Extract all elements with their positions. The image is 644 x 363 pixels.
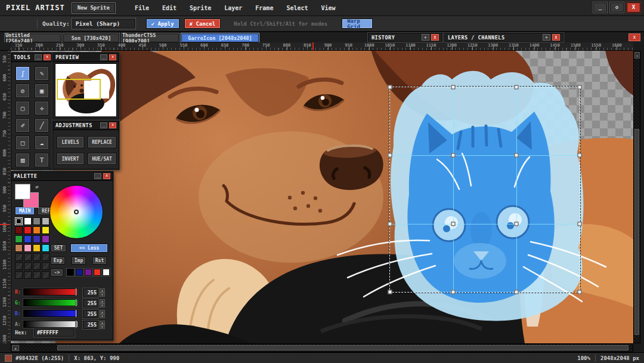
adjustment-replace-button[interactable]: REPLACE xyxy=(88,136,116,148)
palette-swatch[interactable] xyxy=(15,244,23,252)
slider-track-a[interactable] xyxy=(23,321,78,328)
warp-handle[interactable] xyxy=(451,85,456,90)
spray-tool[interactable]: ☁ xyxy=(35,136,49,150)
dock-close-icon[interactable]: x xyxy=(628,33,640,41)
warp-handle[interactable] xyxy=(578,290,582,294)
close-icon[interactable]: x xyxy=(109,54,116,60)
palette-swatch[interactable] xyxy=(24,217,32,225)
warp-handle[interactable] xyxy=(578,85,582,90)
palette-swatch[interactable] xyxy=(24,235,32,243)
layers-close-icon[interactable]: x xyxy=(552,34,560,41)
palette-swatch[interactable] xyxy=(15,217,23,225)
warp-handle[interactable] xyxy=(388,153,392,158)
close-button[interactable]: X xyxy=(627,2,640,13)
palette-empty-slot[interactable] xyxy=(33,262,41,270)
menu-view[interactable]: View xyxy=(315,0,342,16)
slider-track-b[interactable] xyxy=(23,310,78,317)
palette-empty-slot[interactable] xyxy=(42,262,49,270)
line-tool[interactable]: ╱ xyxy=(35,118,49,133)
pencil-tool[interactable]: ✎ xyxy=(35,66,49,81)
palette-swatch[interactable] xyxy=(15,235,23,243)
close-icon[interactable]: x xyxy=(103,173,110,179)
quality-input[interactable] xyxy=(72,19,135,29)
slider-handle[interactable] xyxy=(75,288,77,296)
palette-swatch[interactable] xyxy=(42,217,49,225)
palette-empty-slot[interactable] xyxy=(24,253,32,261)
minimize-icon[interactable]: _ xyxy=(100,54,107,60)
hex-input[interactable] xyxy=(34,328,75,337)
move-tool[interactable]: ✛ xyxy=(35,101,49,115)
minimize-icon[interactable]: _ xyxy=(94,173,101,179)
cancel-button[interactable]: ✘ Cancel xyxy=(184,19,221,29)
preview-panel-header[interactable]: PREVIEW _ x xyxy=(53,53,119,62)
history-add-icon[interactable]: + xyxy=(422,34,429,41)
text-tool[interactable]: T xyxy=(35,153,49,167)
palette-swatch[interactable] xyxy=(24,244,32,252)
palette-empty-slot[interactable] xyxy=(24,271,32,279)
slider-handle[interactable] xyxy=(75,309,77,318)
warp-grid-button[interactable]: Warp Grid xyxy=(342,19,373,29)
warp-handle[interactable] xyxy=(451,222,456,226)
swap-colors-icon[interactable]: ⇄ xyxy=(33,183,41,190)
warp-handle[interactable] xyxy=(578,222,582,226)
menu-frame[interactable]: Frame xyxy=(249,0,280,16)
close-icon[interactable]: x xyxy=(109,122,116,128)
palette-swatch[interactable] xyxy=(33,226,41,234)
maximize-button[interactable]: o xyxy=(610,2,624,13)
clone-tool[interactable]: ▣ xyxy=(35,84,49,98)
spinner-down-icon[interactable]: ▼ xyxy=(100,314,105,318)
export-button[interactable]: Exp xyxy=(51,257,65,264)
palette-empty-slot[interactable] xyxy=(42,271,49,279)
spinner-up-icon[interactable]: ▲ xyxy=(100,321,105,325)
adjustment-levels-button[interactable]: LEVELS xyxy=(57,136,84,148)
minimize-icon[interactable]: _ xyxy=(35,54,42,60)
spinner-down-icon[interactable]: ▼ xyxy=(100,293,105,297)
quick-color-chip[interactable] xyxy=(103,269,110,276)
palette-empty-slot[interactable] xyxy=(33,271,41,279)
palette-panel-header[interactable]: PALETTE _ x xyxy=(11,172,113,181)
color-wheel[interactable] xyxy=(50,186,103,238)
spinner-up-icon[interactable]: ▲ xyxy=(100,299,105,303)
warp-handle[interactable] xyxy=(515,153,519,158)
preview-thumbnail[interactable] xyxy=(55,63,117,117)
warp-handle[interactable] xyxy=(515,290,519,294)
vertical-scroll-thumb[interactable] xyxy=(634,129,639,335)
warp-handle[interactable] xyxy=(515,85,519,90)
warp-handle[interactable] xyxy=(515,222,519,226)
layers-panel-header[interactable]: LAYERS / CHANNELS + x xyxy=(444,33,564,42)
tab-document-2[interactable]: ThunderCTSS [900x700] xyxy=(122,33,179,42)
palette-empty-slot[interactable] xyxy=(15,271,23,279)
slider-track-g[interactable] xyxy=(23,299,78,306)
layers-add-icon[interactable]: + xyxy=(543,34,550,41)
warp-handle[interactable] xyxy=(388,85,392,90)
hscroll-corner-button[interactable]: ▪ xyxy=(12,345,19,351)
adjustment-invert-button[interactable]: INVERT xyxy=(57,153,84,165)
bucket-tool[interactable]: ▢ xyxy=(16,101,30,115)
foreground-color-swatch[interactable] xyxy=(15,184,30,199)
spinner-down-icon[interactable]: ▼ xyxy=(100,325,105,329)
warp-handle[interactable] xyxy=(388,290,392,294)
reset-button[interactable]: Rst xyxy=(92,257,107,264)
palette-swatch[interactable] xyxy=(33,244,41,252)
tab-document-0[interactable]: Untitled [256x240] xyxy=(5,33,61,42)
apply-button[interactable]: ✔ Apply xyxy=(146,19,179,29)
minimize-icon[interactable]: _ xyxy=(100,122,107,128)
zoom-tool[interactable]: ▥ xyxy=(16,153,30,167)
horizontal-scroll-thumb[interactable] xyxy=(57,345,628,350)
palette-swatch[interactable] xyxy=(33,217,41,225)
menu-select[interactable]: Select xyxy=(280,0,314,16)
slider-value-r[interactable]: 255 xyxy=(83,288,98,297)
palette-swatch[interactable] xyxy=(33,235,41,243)
warp-handle[interactable] xyxy=(451,153,456,158)
spinner-up-icon[interactable]: ▲ xyxy=(100,310,105,314)
palette-empty-slot[interactable] xyxy=(15,262,23,270)
menu-layer[interactable]: Layer xyxy=(218,0,249,16)
vertical-scrollbar[interactable]: ▴ xyxy=(633,51,640,343)
warp-handle[interactable] xyxy=(578,153,582,158)
tab-document-3[interactable]: GarroIcon [2048x2048] xyxy=(181,33,259,42)
less-button[interactable]: << Less xyxy=(70,244,108,253)
history-close-icon[interactable]: x xyxy=(431,34,439,41)
import-button[interactable]: Imp xyxy=(72,257,86,264)
quick-color-chip[interactable] xyxy=(85,269,92,276)
eraser-tool[interactable]: ⊘ xyxy=(16,84,30,98)
